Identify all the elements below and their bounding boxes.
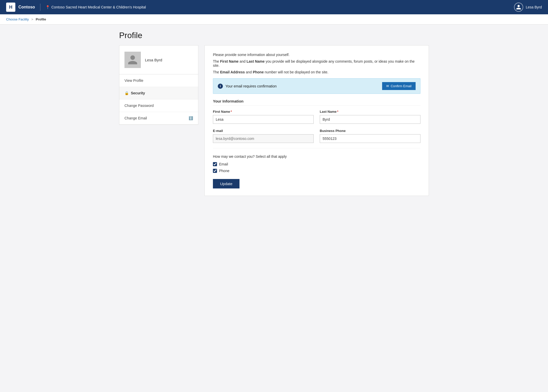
- confirm-email-button[interactable]: ✉ Confirm Email: [382, 82, 416, 90]
- alert-left: i Your email requires confirmation: [218, 84, 277, 89]
- contact-checkboxes: Email Phone: [213, 162, 420, 173]
- header-divider: [40, 4, 40, 11]
- sidebar-item-change-password[interactable]: Change Password: [119, 99, 198, 112]
- brand-name: Contoso: [18, 5, 35, 9]
- facility-name: 📍 Contoso Sacred Heart Medical Center & …: [45, 5, 146, 9]
- form-divider: [213, 148, 420, 148]
- phone-checkbox-item[interactable]: Phone: [213, 169, 420, 173]
- alert-message: Your email requires confirmation: [225, 84, 277, 88]
- sidebar-item-view-profile[interactable]: View Profile: [119, 74, 198, 87]
- envelope-icon: ✉: [386, 84, 389, 88]
- page-content: Profile Lesa Byrd View Profile 🔒 Securit…: [113, 25, 435, 206]
- info-icon: ℹ️: [189, 116, 193, 120]
- intro-line-3: The Email Address and Phone number will …: [213, 70, 420, 74]
- email-checkbox-item[interactable]: Email: [213, 162, 420, 166]
- location-icon: 📍: [45, 5, 50, 9]
- sidebar-item-security: 🔒 Security: [119, 87, 198, 99]
- username-label: Lesa Byrd: [526, 5, 542, 9]
- lock-icon: 🔒: [124, 91, 129, 95]
- alert-info-icon: i: [218, 84, 223, 89]
- main-content: Please provide some information about yo…: [204, 45, 429, 196]
- contact-section: How may we contact you? Select all that …: [213, 154, 420, 188]
- email-input[interactable]: [213, 134, 314, 143]
- logo-icon: H: [6, 3, 15, 12]
- name-row: First Name* Last Name*: [213, 110, 420, 124]
- last-name-input[interactable]: [320, 115, 420, 124]
- last-name-label: Last Name*: [320, 110, 420, 114]
- sidebar-avatar: [124, 52, 141, 68]
- email-label: E-mail: [213, 129, 314, 133]
- phone-checkbox-label: Phone: [219, 169, 229, 173]
- breadcrumb: Choose Facility > Profile: [0, 14, 548, 25]
- first-name-group: First Name*: [213, 110, 314, 124]
- phone-input[interactable]: [320, 134, 420, 143]
- breadcrumb-parent[interactable]: Choose Facility: [6, 17, 29, 21]
- phone-checkbox[interactable]: [213, 169, 217, 173]
- your-information-title: Your Information: [213, 99, 420, 106]
- sidebar-item-change-email[interactable]: Change Email ℹ️: [119, 112, 198, 125]
- user-menu[interactable]: Lesa Byrd: [514, 3, 542, 12]
- first-name-input[interactable]: [213, 115, 314, 124]
- phone-label: Business Phone: [320, 129, 420, 133]
- last-name-group: Last Name*: [320, 110, 420, 124]
- page-title: Profile: [119, 31, 429, 40]
- sidebar: Lesa Byrd View Profile 🔒 Security Change…: [119, 45, 198, 125]
- phone-group: Business Phone: [320, 129, 420, 143]
- header-left: H Contoso 📍 Contoso Sacred Heart Medical…: [6, 3, 146, 12]
- email-checkbox-label: Email: [219, 162, 228, 166]
- breadcrumb-current: Profile: [36, 17, 46, 21]
- contact-title: How may we contact you? Select all that …: [213, 154, 420, 159]
- update-button[interactable]: Update: [213, 179, 239, 188]
- sidebar-profile-card: Lesa Byrd: [119, 45, 198, 74]
- sidebar-user-name: Lesa Byrd: [145, 58, 162, 62]
- avatar-person-icon: [127, 54, 138, 65]
- first-name-required: *: [231, 110, 232, 114]
- breadcrumb-separator: >: [31, 17, 33, 21]
- intro-line-1: Please provide some information about yo…: [213, 53, 420, 57]
- two-col-layout: Lesa Byrd View Profile 🔒 Security Change…: [119, 45, 429, 196]
- intro-line-2: The First Name and Last Name you provide…: [213, 59, 420, 68]
- last-name-required: *: [337, 110, 338, 114]
- email-group: E-mail: [213, 129, 314, 143]
- email-confirmation-alert: i Your email requires confirmation ✉ Con…: [213, 78, 420, 94]
- user-avatar: [514, 3, 523, 12]
- contact-row: E-mail Business Phone: [213, 129, 420, 143]
- person-icon: [516, 4, 521, 10]
- sidebar-nav: View Profile 🔒 Security Change Password …: [119, 74, 198, 125]
- email-checkbox[interactable]: [213, 162, 217, 166]
- first-name-label: First Name*: [213, 110, 314, 114]
- app-header: H Contoso 📍 Contoso Sacred Heart Medical…: [0, 0, 548, 14]
